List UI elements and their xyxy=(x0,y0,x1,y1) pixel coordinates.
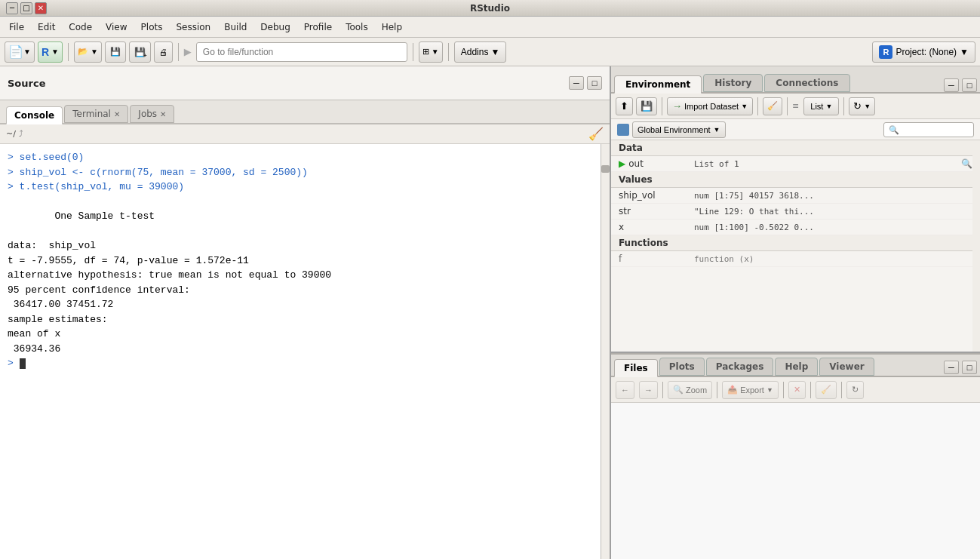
toolbar-separator-2 xyxy=(178,43,179,61)
files-sep-5 xyxy=(841,382,842,398)
source-panel-header: Source ─ □ xyxy=(0,66,610,100)
env-row-out[interactable]: ▶ out List of 1 🔍 xyxy=(611,156,980,172)
menu-plots[interactable]: Plots xyxy=(135,20,169,34)
load-workspace-button[interactable]: ⬆ xyxy=(616,97,633,115)
clear-plots-button[interactable]: 🧹 xyxy=(816,381,837,399)
tab-connections[interactable]: Connections xyxy=(764,74,849,92)
tab-plots[interactable]: Plots xyxy=(659,358,705,376)
menu-build[interactable]: Build xyxy=(218,20,253,34)
layout-button[interactable]: ⊞ ▼ xyxy=(419,41,443,63)
import-dropdown-icon: ▼ xyxy=(741,103,748,110)
console-output[interactable]: > set.seed(0) > ship_vol <- c(rnorm(75, … xyxy=(0,144,610,559)
grid-icon: ⊞ xyxy=(422,47,429,57)
menu-help[interactable]: Help xyxy=(376,20,408,34)
open-file-button[interactable]: 📂 ▼ xyxy=(74,41,102,63)
close-plot-button[interactable]: ✕ xyxy=(788,381,806,399)
search-icon-out[interactable]: 🔍 xyxy=(961,158,972,169)
r-logo-icon: R xyxy=(879,45,892,59)
console-line-14: > xyxy=(8,356,593,371)
source-minimize-button[interactable]: ─ xyxy=(569,76,584,90)
list-label: List xyxy=(810,102,823,111)
env-values-header: Values xyxy=(611,172,980,188)
tab-viewer[interactable]: Viewer xyxy=(819,358,874,376)
env-row-f[interactable]: f function (x) xyxy=(611,251,980,267)
back-button[interactable]: ← xyxy=(616,381,634,399)
save-workspace-button[interactable]: 💾 xyxy=(636,97,657,115)
viewer-tab-label: Viewer xyxy=(829,361,864,372)
menu-file[interactable]: File xyxy=(3,20,30,34)
menu-code[interactable]: Code xyxy=(63,20,98,34)
jobs-close-icon[interactable]: ✕ xyxy=(160,110,166,118)
maximize-button[interactable]: □ xyxy=(20,2,32,14)
export-button[interactable]: 📤 Export ▼ xyxy=(722,381,779,399)
minimize-button[interactable]: ─ xyxy=(6,2,18,14)
refresh-env-button[interactable]: ↻ ▼ xyxy=(849,97,875,115)
forward-button[interactable]: → xyxy=(639,381,658,399)
menu-tools[interactable]: Tools xyxy=(339,20,374,34)
env-row-shipvol-value: num [1:75] 40157 3618... xyxy=(694,191,972,201)
new-project-button[interactable]: R ▼ xyxy=(38,41,63,63)
console-scrollbar-thumb[interactable] xyxy=(601,165,610,173)
print-button[interactable]: 🖨 xyxy=(154,41,173,63)
console-tab-label: Console xyxy=(14,110,54,121)
save-all-icon: 💾+ xyxy=(134,47,146,57)
files-maximize-button[interactable]: □ xyxy=(962,361,977,374)
new-file-icon: 📄 xyxy=(8,45,23,59)
save-all-button[interactable]: 💾+ xyxy=(129,41,151,63)
refresh-plots-button[interactable]: ↻ xyxy=(846,381,864,399)
files-minimize-button[interactable]: ─ xyxy=(944,361,959,374)
list-button[interactable]: List ▼ xyxy=(803,97,839,115)
env-search-input[interactable] xyxy=(883,122,974,137)
project-arrow-icon: ▼ xyxy=(960,47,969,57)
menu-view[interactable]: View xyxy=(100,20,133,34)
menu-session[interactable]: Session xyxy=(170,20,217,34)
packages-tab-label: Packages xyxy=(716,361,764,372)
tab-history[interactable]: History xyxy=(703,74,763,92)
env-row-str[interactable]: str "Line 129: O that thi... xyxy=(611,204,980,220)
addins-button[interactable]: Addins ▼ xyxy=(454,41,507,63)
source-maximize-button[interactable]: □ xyxy=(587,76,602,90)
env-minimize-button[interactable]: ─ xyxy=(944,78,959,92)
help-tab-label: Help xyxy=(785,361,808,372)
save-button[interactable]: 💾 xyxy=(105,41,126,63)
zoom-button[interactable]: 🔍 Zoom xyxy=(668,381,712,399)
import-dataset-button[interactable]: → Import Dataset ▼ xyxy=(667,97,753,115)
tab-terminal[interactable]: Terminal ✕ xyxy=(64,105,128,123)
menu-debug[interactable]: Debug xyxy=(254,20,296,34)
tab-jobs[interactable]: Jobs ✕ xyxy=(130,105,174,123)
search-arrow-icon: ▶ xyxy=(184,46,192,57)
close-button[interactable]: ✕ xyxy=(35,2,47,14)
addins-label: Addins xyxy=(461,47,489,57)
menu-edit[interactable]: Edit xyxy=(32,20,61,34)
global-env-dropdown[interactable]: Global Environment ▼ xyxy=(632,121,726,138)
env-toolbar-sep-2 xyxy=(757,97,758,115)
play-icon-out: ▶ xyxy=(619,158,625,169)
env-tabs-bar: Environment History Connections ─ □ xyxy=(611,66,980,94)
env-row-x[interactable]: x num [1:100] -0.5022 0... xyxy=(611,220,980,235)
tab-console[interactable]: Console xyxy=(6,106,63,124)
path-label: ~/ xyxy=(6,129,16,139)
env-tab-label: Environment xyxy=(625,79,690,90)
console-scrollbar[interactable] xyxy=(601,144,610,559)
terminal-close-icon[interactable]: ✕ xyxy=(114,110,120,118)
env-row-out-name: out xyxy=(628,158,644,169)
tab-packages[interactable]: Packages xyxy=(706,358,774,376)
tab-files[interactable]: Files xyxy=(614,359,658,377)
env-data-header: Data xyxy=(611,140,980,156)
env-row-ship-vol[interactable]: ship_vol num [1:75] 40157 3618... xyxy=(611,188,980,204)
tab-help[interactable]: Help xyxy=(775,358,818,376)
clear-env-button[interactable]: 🧹 xyxy=(763,97,782,115)
clear-console-button[interactable]: 🧹 xyxy=(588,127,604,141)
files-sep-2 xyxy=(717,382,717,398)
env-maximize-button[interactable]: □ xyxy=(962,78,977,92)
tab-environment[interactable]: Environment xyxy=(614,75,702,94)
new-file-button[interactable]: 📄 ▼ xyxy=(5,41,35,63)
goto-file-input[interactable] xyxy=(196,42,407,62)
project-button[interactable]: R Project: (None) ▼ xyxy=(872,41,975,63)
console-line-4: One Sample t-test xyxy=(8,209,593,224)
zoom-label: Zoom xyxy=(686,385,707,395)
files-content-area xyxy=(611,403,980,559)
env-scrollbar[interactable] xyxy=(972,140,980,352)
files-tab-controls: ─ □ xyxy=(944,361,977,376)
menu-profile[interactable]: Profile xyxy=(298,20,338,34)
